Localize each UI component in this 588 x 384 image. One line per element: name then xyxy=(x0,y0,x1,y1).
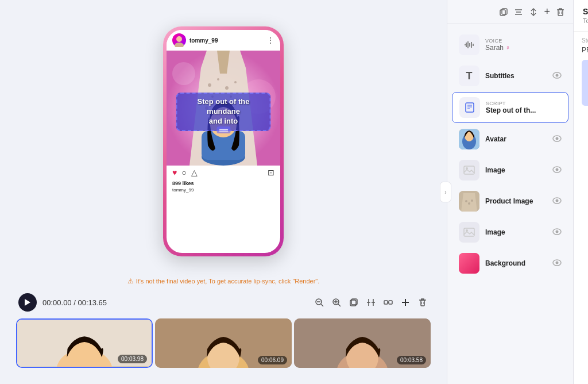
svg-point-90 xyxy=(556,199,559,202)
add-layer-button[interactable]: + xyxy=(544,6,550,18)
svg-line-26 xyxy=(321,304,323,306)
image2-label-group: Image xyxy=(485,228,547,236)
subtitle-handle[interactable] xyxy=(216,126,230,133)
layer-item-avatar[interactable]: Avatar xyxy=(452,124,568,154)
script-header: Script Total text xyxy=(574,0,588,32)
script-panel: Script Total text Step ou... PRETTY... xyxy=(573,0,588,384)
delete-layer-button[interactable] xyxy=(556,7,565,17)
delete-clip-button[interactable] xyxy=(417,297,428,308)
script-total-text: Total text xyxy=(583,17,588,24)
layer-item-product-image[interactable]: Product Image xyxy=(452,186,568,216)
layer-item-voice[interactable]: Voice Sarah ♀ xyxy=(452,30,568,60)
warning-text: It's not the final video yet, To get acc… xyxy=(136,278,320,285)
subtitles-name: Subtitles xyxy=(485,72,547,80)
avatar xyxy=(172,33,186,47)
image2-name: Image xyxy=(485,228,547,236)
svg-rect-38 xyxy=(384,301,388,304)
ig-username: tommy_99 xyxy=(189,37,218,44)
layer-item-script[interactable]: Script Step out of th... xyxy=(452,92,568,123)
svg-rect-95 xyxy=(459,253,479,274)
split-button[interactable] xyxy=(365,297,377,308)
clip-2[interactable]: 00:06.09 xyxy=(155,318,292,368)
background-label-group: Background xyxy=(485,259,547,267)
subtitle-overlay[interactable]: Step out of the mundane and into xyxy=(176,93,271,131)
svg-point-0 xyxy=(176,36,182,42)
svg-marker-24 xyxy=(25,299,30,306)
product-label-group: Product Image xyxy=(485,197,547,205)
add-clip-button[interactable] xyxy=(400,297,411,308)
copy-frame-button[interactable] xyxy=(348,297,359,308)
clip-2-duration: 00:06.09 xyxy=(258,356,287,364)
background-thumbnail xyxy=(459,253,479,274)
subtitles-label-group: Subtitles xyxy=(485,72,547,80)
clip-3-duration: 00:03.58 xyxy=(397,356,426,364)
svg-point-1 xyxy=(175,43,184,47)
image2-visibility-button[interactable] xyxy=(552,227,562,238)
script-step-label: Step ou... xyxy=(582,37,588,44)
align-layer-button[interactable] xyxy=(514,7,523,17)
avatar-thumbnail xyxy=(459,129,479,149)
script-tag: Script xyxy=(486,101,561,106)
layer-item-background[interactable]: Background xyxy=(452,248,568,278)
image-visibility-button[interactable] xyxy=(552,165,562,176)
bookmark-icon[interactable]: ⊡ xyxy=(268,168,274,177)
avatar-name: Avatar xyxy=(485,135,547,143)
ig-caption: tommy_99 xyxy=(167,187,280,194)
svg-point-7 xyxy=(217,78,219,80)
svg-point-8 xyxy=(225,86,229,90)
heart-icon[interactable]: ♥ xyxy=(172,168,177,177)
layers-panel: + xyxy=(447,0,573,384)
svg-rect-72 xyxy=(466,103,474,112)
svg-rect-81 xyxy=(464,166,474,174)
comment-icon[interactable]: ○ xyxy=(181,168,186,177)
panel-toggle-chevron[interactable]: › xyxy=(440,182,451,202)
timeline-clips: 00:03.98 00:06.09 xyxy=(9,316,438,375)
svg-point-84 xyxy=(556,168,559,171)
image-thumbnail xyxy=(459,160,479,181)
layer-item-image[interactable]: Image xyxy=(452,155,568,185)
left-panel: tommy_99 ⋮ xyxy=(0,0,447,384)
ig-image-area: Step out of the mundane and into xyxy=(167,51,280,166)
copy-layer-button[interactable] xyxy=(499,7,508,17)
ig-likes: 899 likes xyxy=(167,179,280,187)
background-visibility-button[interactable] xyxy=(552,258,562,269)
subtitles-visibility-button[interactable] xyxy=(552,71,562,82)
svg-point-94 xyxy=(556,230,559,233)
extend-button[interactable] xyxy=(382,297,394,308)
order-layer-button[interactable] xyxy=(529,7,538,17)
layer-item-subtitles[interactable]: T Subtitles xyxy=(452,61,568,91)
phone-mockup: tommy_99 ⋮ xyxy=(163,26,284,256)
clip-1[interactable]: 00:03.98 xyxy=(16,318,153,368)
voice-tag: Voice xyxy=(485,38,562,44)
ig-more-dots[interactable]: ⋮ xyxy=(266,36,274,45)
svg-point-6 xyxy=(208,83,211,87)
main-container: tommy_99 ⋮ xyxy=(0,0,588,384)
svg-point-3 xyxy=(172,62,195,85)
avatar-visibility-button[interactable] xyxy=(552,134,562,145)
image-name: Image xyxy=(485,166,547,174)
subtitles-layer-icon: T xyxy=(459,66,479,86)
subtitle-text-2: and into xyxy=(184,117,263,126)
svg-rect-61 xyxy=(558,10,563,16)
svg-point-88 xyxy=(471,199,473,202)
image2-thumbnail xyxy=(459,222,479,243)
layer-item-image2[interactable]: Image xyxy=(452,217,568,247)
product-visibility-button[interactable] xyxy=(552,196,562,207)
svg-point-86 xyxy=(465,200,467,202)
zoom-in-button[interactable] xyxy=(331,297,342,308)
play-button[interactable] xyxy=(18,293,37,312)
clip-3[interactable]: 00:03.58 xyxy=(294,318,431,368)
phone-screen: tommy_99 ⋮ xyxy=(167,30,280,253)
script-blue-box xyxy=(582,60,588,106)
voice-label-group: Voice Sarah ♀ xyxy=(485,38,562,52)
image-label-group: Image xyxy=(485,166,547,174)
svg-point-97 xyxy=(556,261,559,264)
zoom-out-button[interactable] xyxy=(314,297,325,308)
subtitle-text-1: Step out of the mundane xyxy=(184,97,263,117)
warning-message: ⚠ It's not the final video yet, To get a… xyxy=(127,274,320,289)
share-icon[interactable]: △ xyxy=(191,168,198,177)
svg-point-80 xyxy=(556,137,559,140)
script-preview-text: PRETTY... xyxy=(582,45,588,55)
warning-icon: ⚠ xyxy=(127,277,134,285)
svg-rect-91 xyxy=(464,228,474,236)
